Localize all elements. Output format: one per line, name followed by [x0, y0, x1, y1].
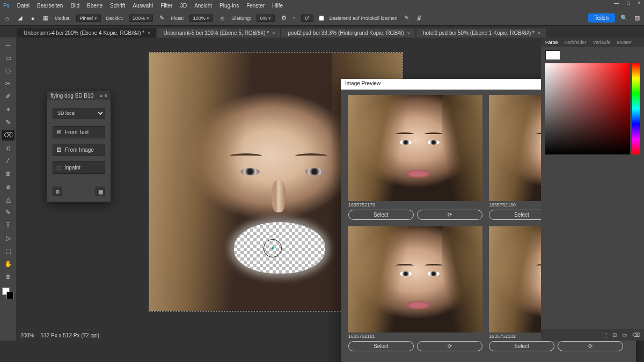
layer-style-icon[interactable]: ⊡ [612, 332, 617, 338]
opacity-input[interactable]: 100% [129, 14, 153, 22]
frame-tool-icon[interactable]: ✐ [2, 91, 14, 102]
share-button[interactable]: Teilen [588, 13, 615, 23]
menu-item[interactable]: Fenster [246, 3, 265, 9]
color-picker[interactable] [545, 63, 640, 154]
marquee-tool-icon[interactable]: ▭ [2, 53, 14, 63]
pressure-opacity-icon[interactable]: ✎ [158, 14, 166, 22]
color-swatch[interactable] [2, 287, 14, 299]
lasso-tool-icon[interactable]: ◌ [2, 65, 14, 76]
mode-label: Modus: [55, 16, 71, 21]
regen-button[interactable]: ⟳ [558, 341, 623, 351]
plugin-settings-icon[interactable]: ⚙ [53, 187, 62, 196]
menu-item[interactable]: Bild [70, 3, 79, 9]
home-icon[interactable]: ⌂ [3, 14, 11, 22]
regen-button[interactable]: ⟳ [417, 210, 482, 220]
preview-thumbnail[interactable] [348, 95, 482, 201]
mode-select[interactable]: Pinsel [76, 14, 101, 22]
close-tab-icon[interactable]: × [272, 31, 275, 36]
path-tool-icon[interactable]: ▷ [2, 233, 14, 243]
shape-tool-icon[interactable]: ⬚ [2, 246, 14, 256]
sd-backend-select[interactable]: SD local [53, 108, 105, 119]
smoothing-gear-icon[interactable]: ⚙ [280, 14, 288, 22]
panel-tab-color[interactable]: Farbe [545, 40, 558, 45]
menu-item[interactable]: 3D [180, 3, 187, 9]
gradient-tool-icon[interactable]: ⌀ [2, 181, 14, 192]
panel-tab-patterns[interactable]: Muster [617, 40, 632, 45]
regen-button[interactable]: ⟳ [417, 341, 482, 351]
inpaint-icon: ⬚ [56, 165, 61, 171]
brush-preset-icon[interactable]: ● [29, 14, 36, 22]
opacity-label: Deckkr.: [106, 16, 124, 21]
brush-tool-icon[interactable]: ⌫ [2, 130, 14, 141]
menu-item[interactable]: Plug-ins [219, 3, 239, 9]
plugin-grid-icon[interactable]: ▦ [96, 187, 105, 196]
window-maximize-icon[interactable]: □ [627, 0, 630, 6]
panel-close-icon[interactable]: » × [100, 93, 107, 99]
workspace-icon[interactable]: ▥ [633, 14, 641, 22]
zoom-level[interactable]: 200% [20, 333, 34, 338]
menu-item[interactable]: Bearbeiten [37, 3, 63, 9]
dodge-tool-icon[interactable]: △ [2, 194, 14, 205]
healing-tool-icon[interactable]: ✎ [2, 117, 14, 128]
menu-item[interactable]: Schrift [110, 3, 125, 9]
tablet-pressure-icon[interactable]: ✎ [402, 14, 410, 22]
menu-bar: Ps Datei Bearbeiten Bild Ebene Schrift A… [0, 0, 644, 11]
select-button[interactable]: Select [489, 341, 554, 351]
eraser-tool-icon[interactable]: ⊕ [2, 168, 14, 179]
options-bar: ⌂ ◢ ● ▦ Modus: Pinsel Deckkr.: 100% ✎ Fl… [0, 11, 644, 26]
menu-item[interactable]: Datei [17, 3, 30, 9]
document-tab[interactable]: pool2.psd bei 33,3% (Hintergrund Kopie, … [281, 28, 415, 38]
status-bar: 200% 512 Px x 512 Px (72 ppi) [16, 330, 104, 341]
eraser-tool-icon[interactable]: ◢ [16, 14, 24, 22]
select-button[interactable]: Select [348, 341, 414, 351]
menu-item[interactable]: Hilfe [272, 3, 283, 9]
crop-tool-icon[interactable]: ✂ [2, 78, 14, 89]
hand-tool-icon[interactable]: ✋ [2, 258, 14, 269]
zoom-tool-icon[interactable]: ⊕ [2, 271, 14, 282]
from-image-button[interactable]: 🖼From Image [53, 144, 105, 156]
flow-input[interactable]: 100% [189, 14, 214, 22]
window-minimize-icon[interactable]: — [614, 0, 619, 6]
menu-item[interactable]: Ebene [87, 3, 103, 9]
menu-item[interactable]: Ansicht [194, 3, 212, 9]
preview-thumbnail[interactable] [348, 226, 482, 333]
delete-layer-icon[interactable]: ⌫ [632, 332, 640, 338]
history-brush-tool-icon[interactable]: ∕ [2, 156, 14, 166]
stamp-tool-icon[interactable]: ⎌ [2, 143, 14, 153]
layer-mask-icon[interactable]: ▭ [622, 332, 627, 338]
plugin-panel[interactable]: flying dog SD B10» × SD local 🖹From Text… [47, 91, 111, 202]
airbrush-icon[interactable]: ⎋ [218, 14, 226, 22]
brush-panel-icon[interactable]: ▦ [42, 14, 49, 22]
close-tab-icon[interactable]: × [538, 31, 540, 36]
angle-label: ⦠ [293, 15, 296, 21]
image-icon: 🖼 [56, 147, 62, 153]
pen-tool-icon[interactable]: ✎ [2, 207, 14, 218]
symmetry-icon[interactable]: ᚌ [415, 14, 423, 22]
brush-cursor [264, 239, 282, 257]
document-tab[interactable]: Unbenannt-4 bei 200% (Ebene 4 Kopie, RGB… [17, 28, 156, 38]
panel-tab-swatches[interactable]: Farbfelder [565, 40, 587, 45]
panel-color-swatch[interactable] [545, 50, 560, 60]
plugin-title: flying dog SD B10 [50, 93, 93, 99]
window-close-icon[interactable]: × [638, 0, 641, 6]
menu-item[interactable]: Auswahl [133, 3, 153, 9]
panel-tab-gradients[interactable]: Verläufe [593, 40, 611, 45]
link-layers-icon[interactable]: ⬚ [602, 332, 607, 338]
toolbox: ↔ ▭ ◌ ✂ ✐ ⌖ ✎ ⌫ ⎌ ∕ ⊕ ⌀ △ ✎ T ▷ ⬚ ✋ ⊕ [0, 38, 16, 341]
document-tab[interactable]: Unbenannt-5 bei 100% (Ebene 5, RGB/8#) *… [157, 28, 280, 38]
type-tool-icon[interactable]: T [2, 220, 14, 231]
menu-item[interactable]: Filter [160, 3, 172, 9]
close-tab-icon[interactable]: × [407, 31, 410, 36]
close-tab-icon[interactable]: × [148, 31, 150, 36]
archive-checkbox[interactable] [319, 16, 324, 21]
select-button[interactable]: Select [348, 210, 414, 220]
document-tab[interactable]: hotel2.psd bei 50% (Ebene 1 Kopie, RGB/8… [416, 28, 546, 38]
from-text-button[interactable]: 🖹From Text [53, 126, 105, 138]
eyedropper-tool-icon[interactable]: ⌖ [2, 104, 14, 115]
smoothing-label: Glättung: [231, 16, 251, 21]
inpaint-button[interactable]: ⬚Inpaint [53, 161, 105, 174]
move-tool-icon[interactable]: ↔ [2, 40, 14, 50]
smoothing-input[interactable]: 0% [257, 14, 275, 22]
angle-input[interactable]: 0° [301, 14, 313, 22]
search-icon[interactable]: 🔍 [620, 14, 628, 22]
